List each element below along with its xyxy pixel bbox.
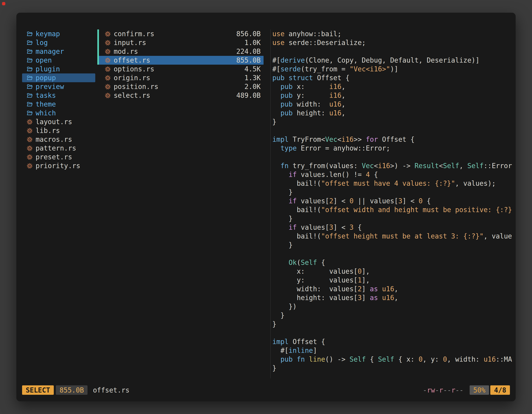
code-line [272, 47, 516, 56]
token: u16 [484, 355, 496, 363]
code-line: height: values[3] as u16, [272, 293, 516, 302]
file-item-origin-rs[interactable]: origin.rs1.3K [97, 73, 264, 82]
code-line: } [272, 188, 516, 197]
token: #[ [272, 347, 288, 355]
entry-name: theme [36, 100, 93, 108]
token: ] < [333, 197, 349, 205]
sidebar-item-theme[interactable]: theme [22, 100, 95, 109]
token: , width: [447, 355, 484, 363]
rust-file-icon [105, 40, 111, 46]
sidebar-item-manager[interactable]: manager [22, 47, 95, 56]
status-bar: SELECT 855.0B offset.rs -rw-r--r-- 50% 4… [22, 385, 510, 395]
code-line: pub fn line() -> Self { Self { x: 0, y: … [272, 355, 516, 364]
token: inline [288, 347, 313, 355]
recording-indicator-dot [2, 2, 5, 5]
token: ] < [333, 223, 349, 231]
token: x: values[ [272, 267, 358, 275]
folder-icon [27, 66, 33, 72]
file-item-select-rs[interactable]: select.rs489.0B [97, 91, 264, 100]
token: i16 [329, 83, 342, 91]
entry-name: layout.rs [36, 118, 93, 126]
token: (Clone, Copy, Debug, Default, Deserializ… [305, 56, 479, 64]
token: 0 [418, 355, 423, 363]
token: ] [362, 285, 370, 293]
code-line [272, 126, 516, 135]
sidebar-item-preview[interactable]: preview [22, 82, 95, 91]
sidebar-item-open[interactable]: open [22, 56, 95, 65]
token: 0 [358, 267, 362, 275]
file-name: select.rs [114, 91, 236, 99]
file-item-input-rs[interactable]: input.rs1.0K [97, 38, 264, 47]
token: "offset must have 4 values: {:?}" [321, 179, 455, 187]
code-line: bail!("offset height must be at least 3:… [272, 232, 516, 241]
entry-name: manager [36, 48, 93, 55]
cursor-position-badge: 4/8 [490, 385, 510, 395]
sidebar-item-plugin[interactable]: plugin [22, 65, 95, 73]
sidebar-item-preset-rs[interactable]: preset.rs [22, 153, 95, 161]
token: ] < [402, 197, 418, 205]
token: )] [390, 65, 398, 73]
entry-name: lib.rs [36, 127, 93, 135]
sidebar-item-which[interactable]: which [22, 109, 95, 117]
code-line: } [272, 214, 516, 223]
file-item-mod-rs[interactable]: mod.rs224.0B [97, 47, 264, 56]
token: values.len() != [297, 171, 366, 179]
rust-file-icon [27, 163, 33, 169]
token: y: [293, 91, 329, 99]
sidebar-item-priority-rs[interactable]: priority.rs [22, 161, 95, 170]
entry-name: plugin [36, 65, 93, 73]
sidebar-item-keymap[interactable]: keymap [22, 29, 95, 38]
token: ( [297, 259, 301, 267]
entry-name: macros.rs [36, 135, 93, 143]
token: width: [293, 100, 329, 108]
code-line: } [272, 311, 516, 320]
token: as [370, 285, 378, 293]
token: , [394, 294, 398, 302]
token: , [342, 91, 346, 99]
code-line: width: values[2] as u16, [272, 285, 516, 293]
token: } [272, 118, 276, 126]
file-item-options-rs[interactable]: options.rs4.5K [97, 65, 264, 73]
token: rw [427, 386, 435, 394]
token [272, 171, 288, 179]
token: height: values[ [272, 294, 358, 302]
token: fn [281, 162, 289, 170]
token: r [451, 386, 455, 394]
entry-name: priority.rs [36, 162, 93, 170]
code-line: if values[3] < 3 { [272, 223, 516, 232]
preview-pane: use anyhow::bail;use serde::Deserialize;… [272, 29, 516, 373]
sidebar-item-popup[interactable]: popup [22, 73, 95, 82]
token: < [337, 135, 342, 143]
token: TryFrom< [288, 135, 325, 143]
token: { [353, 223, 362, 231]
token: Error = anyhow::Error; [297, 144, 390, 152]
token: 3 [350, 223, 354, 231]
token [272, 355, 281, 363]
file-item-offset-rs[interactable]: offset.rs855.0B [97, 56, 264, 65]
token: ], [362, 276, 370, 284]
file-size: 224.0B [236, 48, 261, 55]
code-line: } [272, 364, 516, 373]
token: impl [272, 135, 288, 143]
token: y: values[ [272, 276, 358, 284]
file-item-position-rs[interactable]: position.rs2.0K [97, 82, 264, 91]
sidebar-item-macros-rs[interactable]: macros.rs [22, 135, 95, 144]
entry-name: log [36, 39, 93, 47]
token: u16 [382, 294, 394, 302]
sidebar-item-tasks[interactable]: tasks [22, 91, 95, 100]
code-line: y: values[1], [272, 276, 516, 285]
sidebar-item-layout-rs[interactable]: layout.rs [22, 117, 95, 126]
token: { [366, 355, 378, 363]
token: >> [353, 135, 366, 143]
code-line: pub width: u16, [272, 100, 516, 109]
file-item-confirm-rs[interactable]: confirm.rs856.0B [97, 29, 264, 38]
sidebar-item-log[interactable]: log [22, 38, 95, 47]
token: Offset { [288, 338, 325, 346]
token: , [459, 162, 467, 170]
sidebar-item-pattern-rs[interactable]: pattern.rs [22, 144, 95, 153]
token: 0 [418, 197, 423, 205]
token: "offset height must be at least 3: {:?}" [321, 232, 484, 240]
token: "offset width and height must be positiv… [321, 206, 512, 214]
sidebar-item-lib-rs[interactable]: lib.rs [22, 126, 95, 135]
entry-name: open [36, 56, 93, 64]
